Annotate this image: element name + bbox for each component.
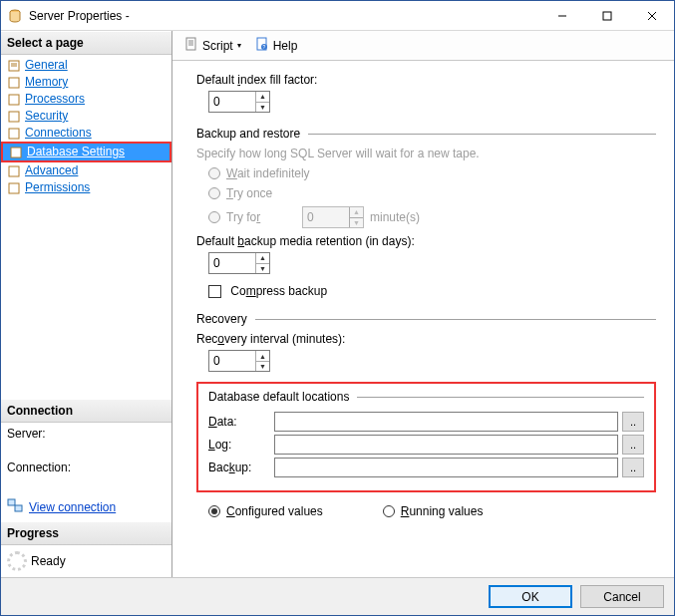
page-icon <box>7 59 21 73</box>
log-browse-button[interactable]: .. <box>622 435 644 455</box>
page-icon <box>7 181 21 195</box>
help-icon: ? <box>255 37 269 54</box>
compress-backup-checkbox[interactable]: Compress backup <box>208 284 656 298</box>
fill-factor-input[interactable] <box>209 92 255 112</box>
spin-down-icon[interactable]: ▼ <box>256 264 269 274</box>
radio-icon <box>208 167 220 179</box>
retention-label: Default backup media retention (in days)… <box>196 234 656 248</box>
try-once-label: Try once <box>226 186 272 200</box>
backup-hint: Specify how long SQL Server will wait fo… <box>196 147 656 160</box>
script-label: Script <box>202 39 233 53</box>
data-browse-button[interactable]: .. <box>622 412 644 432</box>
view-connection-link[interactable]: View connection <box>1 492 171 521</box>
radio-icon <box>208 211 220 223</box>
running-values-label: Running values <box>401 504 484 518</box>
spin-up-icon[interactable]: ▲ <box>256 92 269 103</box>
help-label: Help <box>273 39 298 53</box>
try-for-radio: Try for ▲▼ minute(s) <box>208 206 656 228</box>
maximize-button[interactable] <box>584 1 629 30</box>
cancel-button[interactable]: Cancel <box>580 585 664 608</box>
sidebar-item-advanced[interactable]: Advanced <box>1 162 171 179</box>
recovery-header: Recovery <box>196 312 247 326</box>
backup-path-input[interactable] <box>274 458 618 477</box>
script-icon <box>184 37 198 54</box>
svg-rect-8 <box>9 78 19 88</box>
sidebar-item-label: Database Settings <box>27 145 125 159</box>
page-icon <box>7 110 21 124</box>
spin-up-icon[interactable]: ▲ <box>256 351 269 362</box>
spin-up-icon[interactable]: ▲ <box>256 253 269 264</box>
sidebar-item-label: General <box>25 58 68 73</box>
spin-down-icon: ▼ <box>350 218 363 228</box>
sidebar: Select a page General Memory Processors … <box>1 31 172 577</box>
connection-value <box>7 474 166 488</box>
log-path-input[interactable] <box>274 435 618 455</box>
content-toolbar: Script ▾ ? Help <box>172 31 674 61</box>
compress-backup-label: Compress backup <box>230 284 327 298</box>
try-for-label: Try for <box>226 210 296 224</box>
spin-down-icon[interactable]: ▼ <box>256 362 269 372</box>
sidebar-item-label: Security <box>25 109 68 124</box>
svg-rect-12 <box>11 148 21 157</box>
progress-status-row: Ready <box>1 545 171 577</box>
radio-icon <box>383 505 395 517</box>
retention-input[interactable] <box>209 253 255 273</box>
sidebar-item-permissions[interactable]: Permissions <box>1 179 171 196</box>
close-button[interactable] <box>629 1 674 30</box>
running-values-radio[interactable]: Running values <box>383 504 484 518</box>
cancel-label: Cancel <box>603 590 640 604</box>
fill-factor-stepper[interactable]: ▲▼ <box>208 91 270 113</box>
try-for-input <box>303 207 349 227</box>
radio-icon <box>208 187 220 199</box>
backup-label: Backup: <box>208 461 270 474</box>
content-pane: Script ▾ ? Help Default index fill facto… <box>172 31 674 577</box>
wait-indefinitely-radio: Wait indefinitely <box>208 166 656 180</box>
locations-header: Database default locations <box>208 390 349 404</box>
connection-header: Connection <box>1 399 171 423</box>
data-label: Data: <box>208 415 270 429</box>
wait-indefinitely-label: Wait indefinitely <box>226 166 310 180</box>
spin-down-icon[interactable]: ▼ <box>256 103 269 113</box>
recovery-interval-label: Recovery interval (minutes): <box>196 332 656 346</box>
dialog-footer: OK Cancel <box>1 577 674 615</box>
configured-values-radio[interactable]: Configured values <box>208 504 323 518</box>
titlebar: Server Properties - <box>1 1 674 31</box>
database-default-locations-group: Database default locations Data: .. Log:… <box>196 382 656 492</box>
page-icon <box>7 76 21 90</box>
progress-status: Ready <box>31 554 66 568</box>
sidebar-item-label: Permissions <box>25 180 90 195</box>
svg-rect-2 <box>603 12 611 20</box>
chevron-down-icon: ▾ <box>237 41 241 50</box>
view-connection-label: View connection <box>29 500 116 514</box>
sidebar-item-label: Advanced <box>25 163 78 178</box>
server-label: Server: <box>7 427 166 441</box>
server-value <box>7 441 166 455</box>
network-icon <box>7 498 23 515</box>
script-button[interactable]: Script ▾ <box>180 35 245 56</box>
sidebar-item-database-settings[interactable]: Database Settings <box>3 144 169 160</box>
minimize-button[interactable] <box>539 1 584 30</box>
recovery-interval-stepper[interactable]: ▲▼ <box>208 350 270 372</box>
app-icon <box>7 8 23 24</box>
sidebar-item-label: Processors <box>25 92 85 107</box>
configured-values-label: Configured values <box>226 504 323 518</box>
retention-stepper[interactable]: ▲▼ <box>208 252 270 274</box>
data-path-input[interactable] <box>274 412 618 432</box>
svg-rect-15 <box>8 499 15 505</box>
sidebar-item-processors[interactable]: Processors <box>1 91 171 108</box>
log-label: Log: <box>208 438 270 452</box>
sidebar-item-security[interactable]: Security <box>1 108 171 125</box>
recovery-interval-input[interactable] <box>209 351 255 371</box>
sidebar-item-memory[interactable]: Memory <box>1 74 171 91</box>
try-for-unit: minute(s) <box>370 210 420 224</box>
svg-rect-17 <box>186 38 195 50</box>
svg-rect-13 <box>9 166 19 176</box>
backup-browse-button[interactable]: .. <box>622 458 644 477</box>
page-list: General Memory Processors Security Conne… <box>1 55 171 198</box>
try-once-radio: Try once <box>208 186 656 200</box>
ok-button[interactable]: OK <box>489 585 572 608</box>
help-button[interactable]: ? Help <box>251 35 302 56</box>
sidebar-item-general[interactable]: General <box>1 57 171 74</box>
svg-text:?: ? <box>262 44 265 50</box>
sidebar-item-connections[interactable]: Connections <box>1 125 171 142</box>
